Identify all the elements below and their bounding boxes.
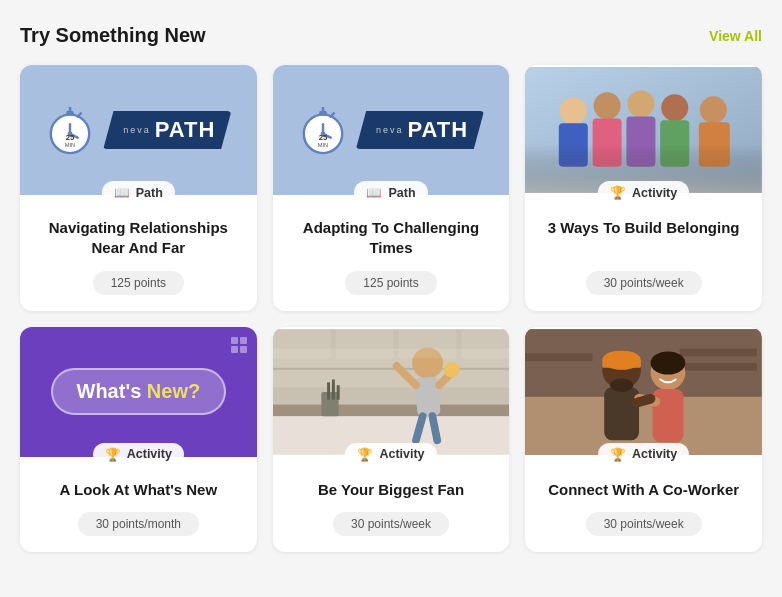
kitchen-photo-svg xyxy=(273,327,510,457)
card-tag-1: 📖 Path xyxy=(102,181,175,204)
grid-icon xyxy=(229,335,249,355)
card-title-3: 3 Ways To Build Belonging xyxy=(548,218,740,238)
svg-rect-39 xyxy=(273,404,510,416)
points-badge-1: 125 points xyxy=(93,271,184,295)
card-meta-4: A Look At What's New 30 points/month xyxy=(20,480,257,552)
activity-icon-5: 🏆 xyxy=(357,447,373,462)
card-meta-2: Adapting To Challenging Times 125 points xyxy=(273,218,510,311)
svg-rect-38 xyxy=(273,367,510,369)
book-icon-1: 📖 xyxy=(114,185,130,200)
card-title-6: Connect With A Co-Worker xyxy=(548,480,739,500)
card-whats-new[interactable]: What's New? 🏆 Activity A Look At What's … xyxy=(20,327,257,552)
svg-point-20 xyxy=(560,97,587,124)
svg-rect-53 xyxy=(398,329,456,358)
group-photo-svg xyxy=(525,65,762,195)
card-title-4: A Look At What's New xyxy=(60,480,217,500)
svg-line-70 xyxy=(637,398,651,402)
card-coworker[interactable]: 🏆 Activity Connect With A Co-Worker 30 p… xyxy=(525,327,762,552)
svg-rect-59 xyxy=(680,363,757,371)
svg-point-66 xyxy=(651,351,686,374)
activity-icon-4: 🏆 xyxy=(105,447,121,462)
svg-point-63 xyxy=(610,378,633,392)
svg-rect-62 xyxy=(605,387,640,440)
svg-text:25: 25 xyxy=(66,133,75,142)
card-title-2: Adapting To Challenging Times xyxy=(289,218,494,259)
card-meta-1: Navigating Relationships Near And Far 12… xyxy=(20,218,257,311)
svg-rect-33 xyxy=(231,346,238,353)
card-image-1: 25 MIN neva PATH xyxy=(20,65,257,195)
activity-icon-6: 🏆 xyxy=(610,447,626,462)
svg-point-22 xyxy=(594,92,621,119)
card-belonging[interactable]: 🏆 Activity 3 Ways To Build Belonging 30 … xyxy=(525,65,762,311)
svg-rect-50 xyxy=(336,385,339,399)
view-all-link[interactable]: View All xyxy=(709,28,762,44)
svg-point-24 xyxy=(628,90,655,117)
card-title-1: Navigating Relationships Near And Far xyxy=(36,218,241,259)
svg-line-46 xyxy=(432,416,437,440)
svg-rect-60 xyxy=(525,353,593,361)
card-meta-6: Connect With A Co-Worker 30 points/week xyxy=(525,480,762,552)
points-badge-3: 30 points/week xyxy=(586,271,702,295)
svg-rect-49 xyxy=(332,379,335,399)
card-image-2: 25 MIN neva PATH xyxy=(273,65,510,195)
svg-rect-68 xyxy=(603,360,642,368)
card-tag-5: 🏆 Activity xyxy=(345,443,436,466)
svg-point-44 xyxy=(444,362,459,377)
svg-rect-34 xyxy=(240,346,247,353)
points-badge-6: 30 points/week xyxy=(586,512,702,536)
card-tag-3: 🏆 Activity xyxy=(598,181,689,204)
svg-point-28 xyxy=(700,96,727,123)
activity-icon-3: 🏆 xyxy=(610,185,626,200)
card-image-5 xyxy=(273,327,510,457)
svg-rect-31 xyxy=(231,337,238,344)
card-tag-2: 📖 Path xyxy=(354,181,427,204)
book-icon-2: 📖 xyxy=(366,185,382,200)
path-banner-2: 25 MIN neva PATH xyxy=(298,102,484,158)
stopwatch-icon-1: 25 MIN xyxy=(45,102,95,158)
card-navigating-relationships[interactable]: 25 MIN neva PATH 📖 Path Navigating Relat… xyxy=(20,65,257,311)
svg-rect-51 xyxy=(273,329,331,358)
svg-rect-32 xyxy=(240,337,247,344)
card-biggest-fan[interactable]: 🏆 Activity Be Your Biggest Fan 30 points… xyxy=(273,327,510,552)
svg-point-26 xyxy=(662,94,689,121)
card-tag-6: 🏆 Activity xyxy=(598,443,689,466)
card-title-5: Be Your Biggest Fan xyxy=(318,480,464,500)
stopwatch-icon-2: 25 MIN xyxy=(298,102,348,158)
svg-text:MIN: MIN xyxy=(65,142,76,148)
svg-rect-54 xyxy=(461,329,509,358)
whats-new-pill: What's New? xyxy=(51,368,227,415)
cards-grid: 25 MIN neva PATH 📖 Path Navigating Relat… xyxy=(20,65,762,552)
svg-rect-52 xyxy=(335,329,393,358)
card-image-4: What's New? xyxy=(20,327,257,457)
page-title: Try Something New xyxy=(20,24,206,47)
card-adapting[interactable]: 25 MIN neva PATH 📖 Path Adapting To Chal… xyxy=(273,65,510,311)
page-header: Try Something New View All xyxy=(20,24,762,47)
points-badge-4: 30 points/month xyxy=(78,512,199,536)
path-label-2: neva PATH xyxy=(356,111,484,149)
card-meta-3: 3 Ways To Build Belonging 30 points/week xyxy=(525,218,762,311)
card-image-6 xyxy=(525,327,762,457)
svg-text:25: 25 xyxy=(319,133,328,142)
svg-rect-48 xyxy=(327,382,330,399)
points-badge-2: 125 points xyxy=(345,271,436,295)
path-banner-1: 25 MIN neva PATH xyxy=(45,102,231,158)
path-label-1: neva PATH xyxy=(103,111,231,149)
card-meta-5: Be Your Biggest Fan 30 points/week xyxy=(273,480,510,552)
card-tag-4: 🏆 Activity xyxy=(93,443,184,466)
couple-photo-svg xyxy=(525,327,762,457)
svg-text:MIN: MIN xyxy=(318,142,329,148)
svg-rect-65 xyxy=(653,389,684,442)
card-image-3 xyxy=(525,65,762,195)
points-badge-5: 30 points/week xyxy=(333,512,449,536)
svg-rect-58 xyxy=(680,348,757,356)
